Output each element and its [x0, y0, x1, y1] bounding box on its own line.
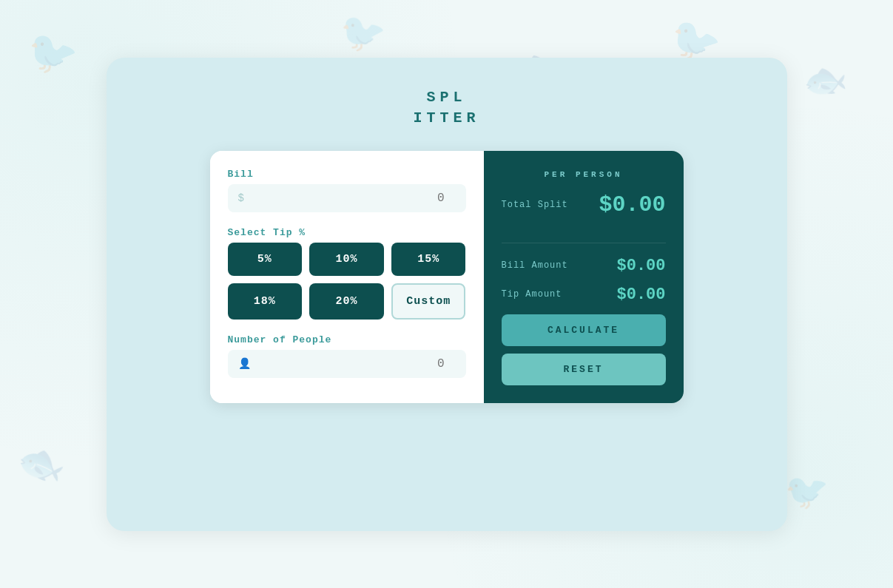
person-icon: 👤	[238, 357, 251, 370]
bill-input[interactable]	[250, 192, 456, 205]
tip-amount-row: Tip Amount $0.00	[502, 285, 666, 304]
calculate-button[interactable]: CALCULATE	[502, 314, 666, 346]
bill-input-wrapper: $	[228, 184, 466, 212]
divider	[502, 243, 666, 243]
total-split-row: Total Split $0.00	[502, 192, 666, 217]
tip-18-button[interactable]: 18%	[228, 283, 303, 320]
total-split-value: $0.00	[599, 192, 665, 217]
title-line2: ITTER	[413, 108, 479, 129]
per-person-label: PER PERSON	[502, 170, 666, 179]
tip-section: Select Tip % 5% 10% 15% 18% 20% Custom	[228, 227, 466, 320]
people-label: Number of People	[228, 334, 466, 345]
bill-label: Bill	[228, 169, 466, 180]
tip-15-button[interactable]: 15%	[391, 243, 466, 276]
main-card: Bill $ Select Tip % 5% 10% 15% 18% 20% C…	[210, 151, 684, 403]
bill-amount-label: Bill Amount	[502, 260, 568, 271]
tip-5-button[interactable]: 5%	[228, 243, 303, 276]
right-panel: PER PERSON Total Split $0.00 Bill Amount…	[484, 151, 684, 403]
reset-button[interactable]: RESET	[502, 354, 666, 385]
tip-label: Select Tip %	[228, 227, 466, 238]
app-title: SPL ITTER	[413, 87, 479, 129]
total-split-label: Total Split	[502, 200, 568, 210]
tip-amount-value: $0.00	[616, 285, 665, 304]
tip-amount-label: Tip Amount	[502, 289, 562, 300]
tip-grid: 5% 10% 15% 18% 20% Custom	[228, 243, 466, 320]
people-field-group: Number of People 👤	[228, 334, 466, 378]
tip-custom-button[interactable]: Custom	[391, 283, 466, 320]
outer-panel: SPL ITTER Bill $ Select Tip % 5% 10% 15%	[107, 58, 787, 531]
bill-amount-row: Bill Amount $0.00	[502, 257, 666, 275]
bill-field-group: Bill $	[228, 169, 466, 212]
dollar-icon: $	[238, 192, 244, 204]
title-line1: SPL	[413, 87, 479, 108]
action-buttons: CALCULATE RESET	[502, 314, 666, 385]
bill-amount-value: $0.00	[616, 257, 665, 275]
tip-20-button[interactable]: 20%	[309, 283, 384, 320]
left-panel: Bill $ Select Tip % 5% 10% 15% 18% 20% C…	[210, 151, 484, 403]
people-input[interactable]	[257, 357, 456, 371]
people-input-wrapper: 👤	[228, 350, 466, 378]
tip-10-button[interactable]: 10%	[309, 243, 384, 276]
